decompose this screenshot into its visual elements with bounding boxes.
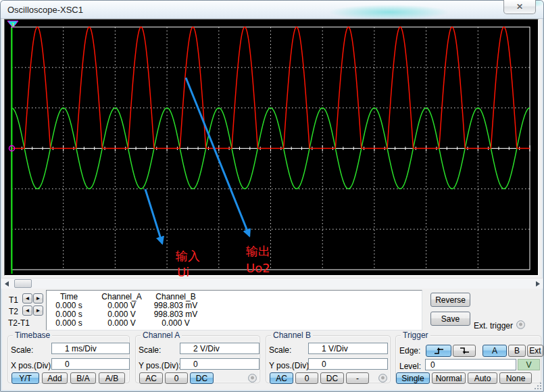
timebase-add-button[interactable]: Add	[42, 372, 68, 384]
cursor-1-number: 1	[11, 22, 15, 28]
trigger-single-button[interactable]: Single	[396, 372, 430, 384]
t1-time-value: 0.000 s	[42, 301, 96, 310]
channel-b-scale-label: Scale:	[269, 345, 291, 355]
channel-b-dc-button[interactable]: DC	[320, 372, 344, 384]
channel-b-group-title: Channel B	[271, 330, 313, 340]
t2-channel-b-value: 998.803 mV	[145, 310, 206, 319]
trigger-ext-button[interactable]: Ext	[527, 345, 543, 357]
column-header-channel-a: Channel_A	[95, 292, 149, 301]
t2t1-channel-a-value: 0.000 V	[95, 318, 149, 328]
channel-b-ypos-input[interactable]: 0	[308, 358, 388, 370]
input-annotation-symbol: Ui	[177, 266, 189, 278]
channel-a-scale-label: Scale:	[139, 345, 161, 355]
aero-glass-reflection	[330, 5, 448, 19]
timebase-group-title: Timebase	[13, 330, 52, 340]
timebase-yt-button[interactable]: Y/T	[11, 372, 39, 384]
channel-a-ypos-label: Y pos.(Div):	[139, 361, 180, 370]
scroll-right-icon[interactable]	[536, 281, 540, 287]
timebase-xpos-label: X pos.(Div):	[11, 361, 53, 370]
timebase-group: Timebase Scale: 1 ms/Div X pos.(Div): 0 …	[7, 335, 130, 383]
trigger-normal-button[interactable]: Normal	[432, 372, 466, 384]
trigger-level-input[interactable]: 0	[425, 359, 516, 370]
t2-left-button[interactable]: ◄	[22, 305, 32, 316]
falling-edge-icon	[459, 347, 470, 355]
trigger-b-button[interactable]: B	[508, 345, 526, 357]
arrow-right-icon: ►	[36, 296, 41, 301]
resize-grip[interactable]	[535, 383, 541, 389]
t1-channel-a-value: 0.000 V	[95, 301, 149, 310]
close-button[interactable]: ✕	[503, 0, 536, 14]
arrow-left-icon: ◄	[25, 296, 30, 301]
rising-edge-icon	[433, 347, 445, 355]
output-annotation-arrow	[186, 78, 249, 236]
channel-b-scale-input[interactable]: 1 V/Div	[308, 343, 388, 354]
scope-display: 1	[4, 19, 539, 276]
trigger-level-label: Level:	[399, 362, 421, 371]
trace-channel_a	[11, 27, 530, 149]
input-annotation-arrow	[145, 189, 162, 243]
cursor-t1-label: T1	[9, 295, 18, 305]
channel-a-zero-button[interactable]: 0	[165, 372, 188, 384]
timebase-ba-button[interactable]: B/A	[70, 372, 96, 384]
scope-plot: 1	[5, 20, 538, 275]
channel-b-ac-button[interactable]: AC	[270, 372, 293, 384]
channel-b-probe-indicator	[378, 374, 387, 383]
channel-b-zero-button[interactable]: 0	[295, 372, 318, 384]
close-icon: ✕	[516, 3, 523, 11]
arrow-right-icon: ►	[36, 308, 41, 314]
output-annotation-symbol: Uo2	[246, 262, 270, 274]
cursor-t2t1-label: T2-T1	[8, 318, 30, 328]
t1-channel-b-value: 998.803 mV	[145, 301, 206, 310]
channel-a-ypos-input[interactable]: 0	[180, 358, 259, 370]
t1-left-button[interactable]: ◄	[22, 293, 32, 303]
cursor-t2-label: T2	[9, 307, 18, 316]
channel-a-scale-input[interactable]: 2 V/Div	[180, 343, 259, 354]
trigger-a-button[interactable]: A	[483, 345, 507, 357]
output-annotation-label: 输出	[246, 245, 270, 258]
ext-trigger-label: Ext. trigger	[474, 321, 513, 330]
trigger-auto-button[interactable]: Auto	[468, 372, 497, 384]
trigger-group-title: Trigger	[401, 330, 430, 340]
column-header-time: Time	[42, 292, 96, 301]
t2-time-value: 0.000 s	[42, 310, 96, 319]
trigger-none-button[interactable]: None	[499, 372, 532, 384]
oscilloscope-window: Oscilloscope-XSC1 ✕ 1 输入 Ui 输出 Uo2	[0, 0, 544, 392]
channel-a-probe-indicator	[248, 374, 257, 383]
channel-b-ypos-label: Y pos.(Div):	[269, 361, 311, 370]
rising-edge-button[interactable]	[426, 345, 451, 357]
falling-edge-button[interactable]	[453, 345, 476, 357]
ext-trigger-connector	[516, 320, 525, 329]
timebase-scale-input[interactable]: 1 ms/Div	[51, 343, 130, 354]
channel-a-ac-button[interactable]: AC	[139, 372, 163, 384]
title-bar: Oscilloscope-XSC1	[1, 1, 543, 19]
trigger-group: Trigger Edge: A B Ext Level: 0 V Single	[395, 335, 541, 383]
trigger-edge-label: Edge:	[399, 346, 420, 356]
arrow-left-icon: ◄	[25, 308, 30, 314]
t2t1-channel-b-value: 0.000 V	[145, 318, 206, 328]
channel-a-dc-button[interactable]: DC	[190, 372, 214, 384]
t2-channel-a-value: 0.000 V	[95, 310, 149, 319]
trigger-level-unit[interactable]: V	[518, 359, 540, 370]
channel-a-group-title: Channel A	[141, 330, 182, 340]
scrollbar-thumb[interactable]	[14, 279, 32, 288]
scroll-left-icon[interactable]	[5, 281, 9, 287]
input-annotation-label: 输入	[176, 250, 200, 262]
channel-b-group: Channel B Scale: 1 V/Div Y pos.(Div): 0 …	[266, 335, 391, 383]
timebase-ab-button[interactable]: A/B	[99, 372, 125, 384]
timebase-xpos-input[interactable]: 0	[51, 358, 130, 370]
t2t1-time-value: 0.000 s	[42, 318, 96, 328]
window-title: Oscilloscope-XSC1	[7, 5, 83, 15]
channel-b-minus-button[interactable]: -	[346, 372, 369, 384]
column-header-channel-b: Channel_B	[145, 292, 206, 301]
timebase-scale-label: Scale:	[11, 345, 33, 355]
reverse-button[interactable]: Reverse	[430, 293, 470, 307]
channel-a-group: Channel A Scale: 2 V/Div Y pos.(Div): 0 …	[135, 335, 260, 383]
horizontal-scrollbar[interactable]	[1, 278, 543, 289]
save-button[interactable]: Save	[430, 312, 470, 326]
